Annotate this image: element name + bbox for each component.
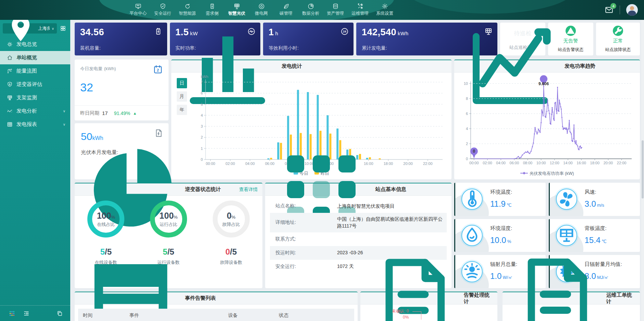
svg-text:2: 2 [466, 142, 468, 146]
tab-period-2[interactable]: 年 [177, 105, 187, 115]
svg-text:08:00: 08:00 [523, 161, 533, 165]
sidebar-item-label: 发电报表 [16, 121, 37, 128]
event-column-3: 状态 [279, 312, 354, 319]
svg-text:2: 2 [157, 68, 159, 72]
recycle-icon [184, 3, 191, 10]
sidebar-item-5[interactable]: 发电分析∨ [0, 104, 70, 118]
env-card-2: 环境湿度: 10.0% [454, 219, 546, 252]
fan-icon [556, 189, 577, 210]
nav-item-6[interactable]: 碳管理 [275, 2, 297, 16]
copy-window-icon[interactable] [57, 310, 63, 317]
svg-text:00:00: 00:00 [469, 161, 479, 165]
nav-item-4[interactable]: 智慧光伏 [226, 2, 247, 16]
power-trend-line-chart: 024681000:0002:0004:0006:0008:0010:0012:… [457, 73, 637, 169]
svg-text:5: 5 [201, 102, 203, 106]
nav-item-2[interactable]: 智慧能源 [177, 2, 198, 16]
info-label: 投运时间: [270, 250, 337, 256]
nav-label: 系统设置 [376, 11, 393, 16]
event-column-1: 事件 [129, 312, 228, 319]
info-value: 上海良时智慧光伏发电项目 [337, 200, 398, 212]
svg-text:4: 4 [201, 113, 203, 117]
legend-item[interactable]: 光伏发电有功功率 (kW) [520, 171, 574, 177]
env-value: 3.0m/s [585, 199, 604, 209]
sidebar: 上海良时智慧光伏... ∨ 发电总览单站概览能量流图逆变器评估支架监测发电分析∨… [0, 20, 70, 321]
sidebar-item-4[interactable]: 支架监测 [0, 91, 70, 104]
svg-text:22:00: 22:00 [617, 161, 627, 165]
svg-text:7: 7 [201, 80, 203, 84]
station-switch-icon[interactable] [60, 25, 66, 31]
station-selector[interactable]: 上海良时智慧光伏... ∨ [3, 23, 57, 34]
event-table-header: 时间事件设备状态 [78, 309, 354, 321]
bracket-icon [7, 95, 13, 101]
donut-label: 在线占比 [97, 221, 115, 228]
nav-item-8[interactable]: 资产管理 [325, 2, 346, 16]
apps-grid-icon[interactable] [9, 310, 15, 317]
inverter-status-title: 逆变器状态统计 [185, 186, 221, 193]
donut-percent: 100% [97, 211, 115, 221]
user-avatar[interactable] [626, 4, 638, 16]
env-card-0: 环境温度: 11.9℃ [454, 183, 546, 216]
sidebar-item-0[interactable]: 发电总览 [0, 38, 70, 51]
svg-text:10:00: 10:00 [536, 161, 546, 165]
document-icon [365, 251, 461, 321]
donut-percent: 0% [227, 211, 235, 221]
env-value: 11.9℃ [490, 199, 512, 209]
info-value: 2023 -03-26 [337, 246, 367, 259]
collapse-menu-icon[interactable] [23, 310, 29, 317]
info-row-0: 站点名称: 上海良时智慧光伏发电项目 [270, 199, 447, 213]
view-details-link[interactable]: 查看详情 [239, 187, 258, 193]
period-tabs: 日月年 [177, 78, 187, 115]
sidebar-item-6[interactable]: 发电报表∨ [0, 118, 70, 131]
generation-stats-title: 发电统计 [282, 63, 302, 69]
info-label: 联系方式: [270, 236, 337, 242]
fault-status-card: 正常 站点故障状态 [596, 23, 640, 55]
thermometer-icon [461, 189, 483, 210]
sidebar-item-label: 能量流图 [16, 68, 37, 74]
nav-label: 运维管理 [351, 11, 369, 16]
header-decor-blob-2 [404, 0, 575, 14]
work-order-title: 运维工单统计 [606, 292, 635, 305]
meter-icon [209, 3, 215, 10]
event-column-0: 时间 [78, 312, 129, 319]
stat-label: 累计发电量: [362, 45, 387, 51]
clock24-icon: 24 [340, 27, 349, 36]
svg-text:20:00: 20:00 [604, 161, 613, 165]
nav-item-1[interactable]: 安全运行 [152, 2, 173, 16]
svg-text:8: 8 [466, 97, 468, 101]
chevron-down-icon: ∨ [63, 123, 65, 126]
nav-item-3[interactable]: 需求侧 [201, 2, 223, 16]
svg-text:12:00: 12:00 [550, 161, 559, 165]
nav-label: 平台中心 [129, 11, 147, 16]
svg-text:24: 24 [343, 30, 346, 33]
page-scrollbar[interactable] [641, 20, 644, 321]
event-alarm-title: 事件告警列表 [185, 295, 216, 301]
inverter-icon [7, 81, 13, 87]
svg-text:04:00: 04:00 [496, 161, 506, 165]
nav-item-5[interactable]: 微电网 [251, 2, 272, 16]
svg-text:18:00: 18:00 [384, 162, 393, 166]
event-alarm-list-card: 事件告警列表 时间事件设备状态 [75, 292, 358, 321]
nav-label: 安全运行 [154, 11, 171, 16]
tab-period-0[interactable]: 日 [177, 78, 187, 88]
tools-icon [357, 3, 363, 10]
tab-period-1[interactable]: 月 [177, 91, 187, 102]
nav-item-10[interactable]: 系统设置 [374, 2, 395, 16]
scrollbar-thumb[interactable] [642, 140, 644, 198]
nav-item-9[interactable]: 运维管理 [349, 2, 371, 16]
app-header: 基胜能源数字云 平台中心安全运行智慧能源需求侧智慧光伏微电网碳管理数据分析资产管… [0, 0, 644, 20]
fault-status-value: 正常 [596, 38, 640, 44]
info-label: 详细地址: [270, 219, 337, 226]
nav-item-0[interactable]: 平台中心 [127, 2, 149, 16]
sidebar-item-3[interactable]: 逆变器评估 [0, 78, 70, 91]
sidebar-item-1[interactable]: 单站概览 [0, 51, 70, 64]
shield-icon [160, 3, 166, 10]
power-trend-card: 发电功率趋势 024681000:0002:0004:0006:0008:001… [454, 60, 640, 179]
power-trend-title: 发电功率趋势 [565, 63, 595, 69]
nav-item-7[interactable]: 数据分析 [300, 2, 321, 16]
svg-text:06:00: 06:00 [510, 161, 519, 165]
sidebar-item-2[interactable]: 能量流图 [0, 64, 70, 78]
svg-text:9.606: 9.606 [538, 81, 549, 86]
messages-button[interactable]: 4 [605, 5, 614, 14]
alarm-callout-line [412, 311, 421, 320]
info-label: 安全运行: [270, 264, 337, 270]
